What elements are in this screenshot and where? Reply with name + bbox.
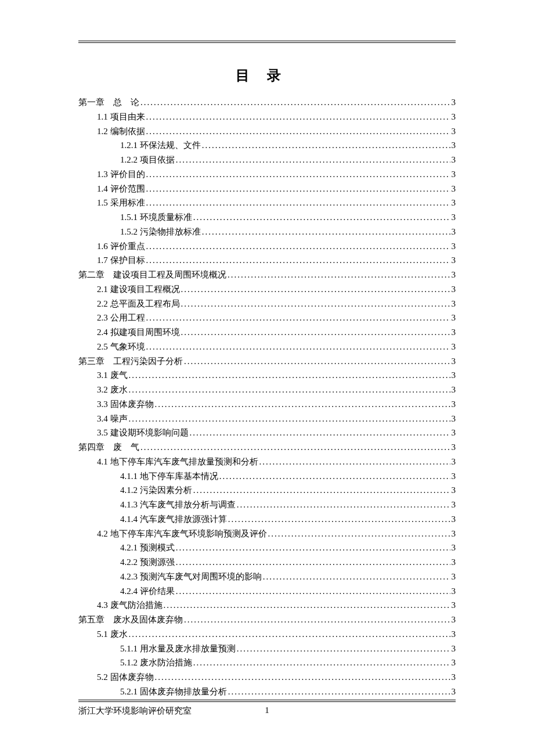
toc-entry-label: 1.4 评价范围 — [97, 182, 145, 196]
toc-entry-page: 3 — [452, 340, 456, 354]
toc-list: 第一章 总 论31.1 项目由来31.2 编制依据31.2.1 环保法规、文件3… — [78, 95, 456, 699]
toc-entry-page: 3 — [452, 598, 456, 613]
toc-leader-dots — [129, 368, 450, 383]
toc-entry: 4.2.4 评价结果3 — [78, 584, 456, 599]
footer-page-number: 1 — [265, 705, 269, 715]
toc-entry-label: 第五章 废水及固体废弃物 — [78, 613, 183, 627]
toc-entry-label: 4.2.1 预测模式 — [120, 541, 175, 555]
toc-entry: 5.1.1 用水量及废水排放量预测3 — [78, 642, 456, 656]
toc-entry: 3.5 建设期环境影响问题3 — [78, 426, 456, 440]
toc-entry: 3.3 固体废弃物3 — [78, 397, 456, 412]
toc-entry-page: 3 — [452, 95, 456, 110]
toc-entry-label: 2.5 气象环境 — [97, 340, 145, 354]
toc-entry: 2.1 建设项目工程概况3 — [78, 282, 456, 297]
toc-leader-dots — [146, 124, 450, 139]
toc-entry: 1.3 评价目的3 — [78, 167, 456, 182]
toc-entry-page: 3 — [452, 642, 456, 656]
toc-entry: 2.2 总平面及工程布局3 — [78, 297, 456, 311]
toc-entry-page: 3 — [452, 656, 456, 670]
toc-entry-label: 1.7 保护目标 — [97, 253, 145, 268]
toc-entry: 2.5 气象环境3 — [78, 340, 456, 354]
toc-entry-label: 1.5.1 环境质量标准 — [120, 210, 192, 225]
toc-entry-label: 3.3 固体废弃物 — [97, 397, 154, 412]
toc-leader-dots — [228, 268, 450, 282]
toc-entry-page: 3 — [452, 512, 456, 527]
toc-entry-label: 1.5 采用标准 — [97, 196, 145, 210]
toc-entry: 3.4 噪声3 — [78, 412, 456, 426]
toc-entry-label: 4.2.4 评价结果 — [120, 584, 175, 599]
toc-entry-label: 1.3 评价目的 — [97, 167, 145, 182]
toc-leader-dots — [193, 656, 450, 670]
toc-leader-dots — [146, 239, 450, 254]
toc-entry-page: 3 — [452, 455, 456, 469]
toc-entry: 第四章 废 气3 — [78, 440, 456, 455]
toc-leader-dots — [237, 498, 450, 512]
toc-entry-page: 3 — [452, 440, 456, 455]
toc-entry: 4.3 废气防治措施3 — [78, 598, 456, 613]
toc-entry-label: 4.2.2 预测源强 — [120, 555, 175, 570]
toc-entry: 第五章 废水及固体废弃物3 — [78, 613, 456, 627]
toc-entry-label: 1.5.2 污染物排放标准 — [120, 225, 201, 239]
toc-leader-dots — [202, 225, 450, 239]
toc-leader-dots — [146, 196, 450, 210]
toc-leader-dots — [176, 541, 450, 555]
toc-entry-page: 3 — [452, 239, 456, 254]
document-page: 目录 第一章 总 论31.1 项目由来31.2 编制依据31.2.1 环保法规、… — [0, 0, 534, 756]
toc-entry: 4.1.2 污染因素分析3 — [78, 483, 456, 498]
toc-entry-page: 3 — [452, 541, 456, 555]
toc-entry-page: 3 — [452, 153, 456, 167]
toc-leader-dots — [193, 210, 450, 225]
toc-entry: 5.1 废水3 — [78, 627, 456, 642]
toc-leader-dots — [228, 512, 450, 527]
toc-leader-dots — [176, 153, 450, 167]
toc-leader-dots — [193, 483, 450, 498]
toc-leader-dots — [219, 469, 450, 484]
toc-entry: 2.4 拟建项目周围环境3 — [78, 325, 456, 340]
toc-entry-page: 3 — [452, 670, 456, 685]
toc-entry-page: 3 — [452, 182, 456, 196]
toc-entry: 4.2 地下停车库汽车废气环境影响预测及评价3 — [78, 527, 456, 541]
toc-entry: 4.1.4 汽车废气排放源强计算3 — [78, 512, 456, 527]
toc-entry: 4.2.3 预测汽车废气对周围环境的影响3 — [78, 570, 456, 584]
toc-entry-label: 1.2 编制依据 — [97, 124, 145, 139]
toc-entry-label: 1.6 评价重点 — [97, 239, 145, 254]
toc-entry: 1.1 项目由来3 — [78, 110, 456, 124]
toc-leader-dots — [190, 426, 450, 440]
toc-entry-page: 3 — [452, 555, 456, 570]
page-footer: 浙江大学环境影响评价研究室 1 — [78, 700, 456, 717]
toc-leader-dots — [155, 670, 450, 685]
toc-entry-page: 3 — [452, 483, 456, 498]
toc-entry: 1.7 保护目标3 — [78, 253, 456, 268]
toc-entry-label: 5.2.1 固体废弃物排放量分析 — [120, 685, 227, 699]
toc-leader-dots — [155, 397, 450, 412]
toc-leader-dots — [164, 598, 450, 613]
toc-leader-dots — [181, 282, 450, 297]
toc-entry: 4.1.1 地下停车库基本情况3 — [78, 469, 456, 484]
toc-leader-dots — [140, 95, 450, 110]
toc-entry-label: 1.1 项目由来 — [97, 110, 145, 124]
toc-entry-page: 3 — [452, 268, 456, 282]
toc-entry-label: 4.1.4 汽车废气排放源强计算 — [120, 512, 227, 527]
toc-entry: 1.5 采用标准3 — [78, 196, 456, 210]
toc-leader-dots — [184, 354, 450, 369]
toc-entry-label: 1.2.1 环保法规、文件 — [120, 138, 201, 153]
toc-entry-label: 4.1.3 汽车废气排放分析与调查 — [120, 498, 236, 512]
toc-entry-page: 3 — [452, 167, 456, 182]
toc-leader-dots — [263, 570, 450, 584]
toc-entry-label: 3.1 废气 — [97, 368, 128, 383]
toc-leader-dots — [129, 383, 450, 397]
toc-leader-dots — [146, 253, 450, 268]
toc-entry-page: 3 — [452, 368, 456, 383]
toc-entry-label: 2.3 公用工程 — [97, 311, 145, 325]
toc-entry-page: 3 — [452, 297, 456, 311]
toc-leader-dots — [237, 642, 450, 656]
toc-entry-label: 1.2.2 项目依据 — [120, 153, 175, 167]
toc-leader-dots — [184, 613, 450, 627]
toc-leader-dots — [176, 555, 450, 570]
toc-entry-page: 3 — [452, 584, 456, 599]
header-rule-thin — [78, 42, 456, 43]
toc-entry-label: 4.2 地下停车库汽车废气环境影响预测及评价 — [97, 527, 267, 541]
toc-leader-dots — [259, 455, 450, 469]
toc-entry-label: 4.1.1 地下停车库基本情况 — [120, 469, 218, 484]
toc-entry-page: 3 — [452, 110, 456, 124]
